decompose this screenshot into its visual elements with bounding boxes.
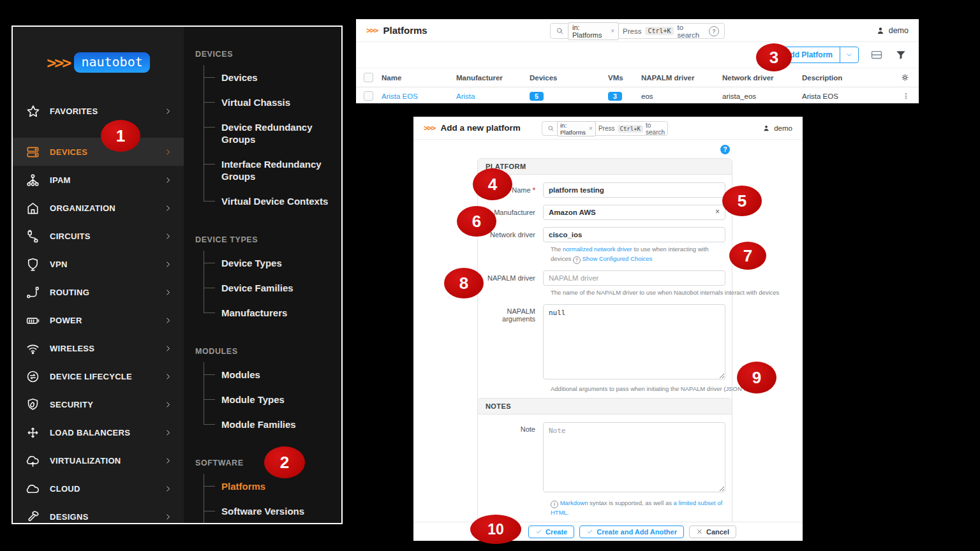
napalm-arguments-textarea[interactable]: null — [543, 304, 725, 379]
column-header-network-driver[interactable]: Network driver — [718, 68, 798, 87]
network-driver-cell: arista_eos — [718, 87, 798, 105]
building-icon — [26, 201, 40, 216]
column-header-vms[interactable]: VMs — [604, 68, 637, 87]
search-filter-chip[interactable]: in: Platforms × — [568, 22, 619, 40]
column-header-napalm-driver[interactable]: NAPALM driver — [637, 68, 718, 87]
nautobot-logo[interactable]: >>> nautobot — [13, 27, 184, 79]
submenu-item-software-versions[interactable]: Software Versions — [204, 499, 341, 523]
select-all-checkbox[interactable] — [364, 73, 373, 82]
step-badge-6: 6 — [457, 206, 496, 237]
add-platform-dropdown-toggle[interactable] — [840, 47, 858, 62]
clear-selection-icon[interactable]: × — [715, 207, 720, 216]
submenu-item-module-types[interactable]: Module Types — [204, 387, 341, 412]
show-configured-choices-link[interactable]: Show Configured Choices — [583, 255, 653, 262]
step-badge-9: 9 — [737, 362, 776, 393]
sidebar-item-ipam[interactable]: IPAM — [13, 166, 184, 194]
name-input[interactable] — [543, 182, 725, 198]
submenu-tree: Devices Virtual Chassis Device Redundanc… — [204, 65, 341, 214]
submenu-tree: Device Types Device Families Manufacture… — [204, 251, 341, 325]
step-badge-10: 10 — [470, 515, 521, 544]
chip-close-icon[interactable]: × — [589, 125, 593, 132]
submenu-item-devices[interactable]: Devices — [204, 65, 341, 90]
sidebar-item-power[interactable]: POWER — [13, 306, 184, 334]
filter-icon[interactable] — [895, 48, 907, 61]
row-checkbox[interactable] — [364, 91, 373, 101]
user-menu[interactable]: demo — [876, 26, 909, 35]
table-view-icon[interactable] — [870, 48, 883, 61]
search-help-icon[interactable]: ? — [709, 26, 719, 36]
cancel-button[interactable]: Cancel — [689, 525, 736, 538]
create-label: Create — [546, 528, 567, 536]
logo-chevrons-icon: >>> — [47, 54, 70, 72]
network-driver-input[interactable] — [543, 227, 725, 242]
manufacturer-select[interactable] — [543, 205, 725, 220]
chevron-right-icon — [164, 457, 172, 465]
sidebar-item-designs[interactable]: DESIGNS — [13, 503, 184, 523]
global-search-input[interactable]: in: Platforms × Press Ctrl+K to search ? — [550, 23, 725, 39]
submenu-item-device-types[interactable]: Device Types — [204, 251, 341, 276]
help-circle-icon[interactable]: ? — [573, 256, 581, 264]
create-button[interactable]: Create — [528, 525, 574, 538]
logo-wordmark: nautobot — [74, 52, 149, 73]
add-platform-modal: >>> Add a new platform in: Platforms × P… — [413, 117, 803, 541]
username: demo — [889, 26, 909, 35]
submenu-item-interface-redundancy-groups[interactable]: Interface Redundancy Groups — [204, 152, 341, 189]
step-badge-7: 7 — [729, 242, 766, 270]
chevron-right-icon — [164, 148, 172, 156]
normalized-network-driver-link[interactable]: normalized network driver — [563, 246, 632, 253]
devices-count-badge[interactable]: 5 — [530, 92, 544, 101]
markdown-link[interactable]: Markdown — [560, 499, 588, 506]
sidebar-item-virtualization[interactable]: VIRTUALIZATION — [13, 446, 184, 474]
submenu-item-platforms[interactable]: Platforms — [204, 474, 341, 499]
vms-count-badge[interactable]: 3 — [608, 92, 622, 101]
manufacturer-field-row: Manufacturer × — [484, 205, 725, 220]
sidebar-item-favorites[interactable]: FAVORITES — [13, 97, 184, 125]
submenu-item-manufacturers[interactable]: Manufacturers — [204, 300, 341, 325]
sidebar-item-label: IPAM — [50, 175, 164, 185]
sidebar-item-label: DESIGNS — [50, 512, 164, 522]
sidebar-item-routing[interactable]: ROUTING — [13, 278, 184, 306]
sidebar-item-label: DEVICES — [50, 147, 164, 157]
step-badge-3: 3 — [756, 43, 792, 71]
cloud-icon — [26, 481, 40, 496]
route-icon — [26, 285, 40, 300]
submenu-item-device-redundancy-groups[interactable]: Device Redundancy Groups — [204, 115, 341, 152]
gear-icon[interactable] — [900, 73, 910, 82]
napalm-driver-input[interactable] — [543, 270, 725, 286]
modal-search-input[interactable]: in: Platforms × Press Ctrl+K to search — [542, 121, 668, 136]
chip-close-icon[interactable]: × — [611, 27, 614, 34]
info-icon: i — [551, 501, 558, 508]
sidebar-item-circuits[interactable]: CIRCUITS — [13, 222, 184, 250]
chevron-right-icon — [164, 204, 172, 212]
column-header-devices[interactable]: Devices — [526, 68, 604, 87]
sidebar-item-cloud[interactable]: CLOUD — [13, 474, 184, 503]
column-header-description[interactable]: Description — [798, 68, 891, 87]
submenu-item-device-families[interactable]: Device Families — [204, 276, 341, 300]
platform-name-link[interactable]: Arista EOS — [378, 87, 452, 105]
user-menu[interactable]: demo — [762, 124, 792, 132]
note-textarea[interactable] — [543, 422, 725, 492]
sidebar-item-device-lifecycle[interactable]: DEVICE LIFECYCLE — [13, 362, 184, 390]
column-header-name[interactable]: Name — [378, 68, 452, 87]
note-label: Note — [484, 422, 543, 433]
search-chip-label: in: Platforms — [572, 24, 607, 39]
search-filter-chip[interactable]: in: Platforms × — [557, 121, 596, 136]
sidebar-item-vpn[interactable]: VPN — [13, 250, 184, 278]
form-help-icon[interactable]: ? — [720, 145, 730, 154]
sidebar-item-wireless[interactable]: WIRELESS — [13, 334, 184, 362]
column-header-manufacturer[interactable]: Manufacturer — [452, 68, 526, 87]
sidebar-item-load-balancers[interactable]: LOAD BALANCERS — [13, 418, 184, 446]
submenu-item-virtual-chassis[interactable]: Virtual Chassis — [204, 90, 341, 115]
search-icon — [556, 27, 564, 35]
sidebar-item-security[interactable]: SECURITY — [13, 390, 184, 418]
submenu-item-modules[interactable]: Modules — [204, 362, 341, 387]
row-actions-menu-icon[interactable]: ⋮ — [902, 92, 910, 101]
submenu-item-module-families[interactable]: Module Families — [204, 412, 341, 437]
server-icon — [26, 145, 40, 159]
submenu-item-virtual-device-contexts[interactable]: Virtual Device Contexts — [204, 189, 341, 214]
sidebar-item-devices[interactable]: DEVICES — [13, 138, 184, 166]
sidebar-item-organization[interactable]: ORGANIZATION — [13, 194, 184, 222]
create-and-add-another-button[interactable]: Create and Add Another — [579, 525, 684, 538]
manufacturer-link[interactable]: Arista — [452, 87, 526, 105]
username: demo — [774, 124, 792, 132]
